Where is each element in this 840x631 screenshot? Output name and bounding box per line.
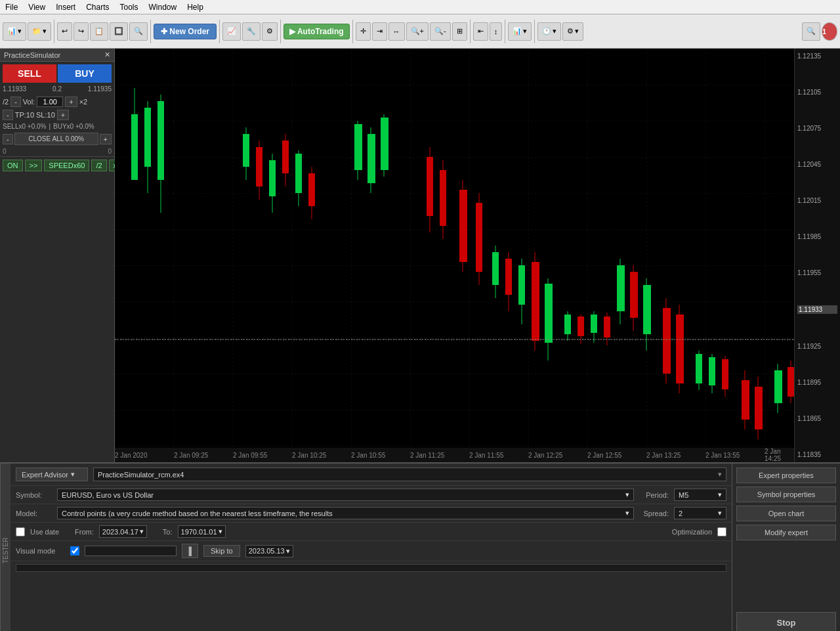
symbol-dropdown[interactable]: EURUSD, Euro vs US Dollar ▾ [57, 489, 634, 501]
time-label-4: 2 Jan 10:55 [351, 452, 385, 459]
plus-icon[interactable]: + [100, 134, 112, 144]
menu-insert[interactable]: Insert [51, 1, 81, 13]
to-date-field[interactable]: 1970.01.01 ▾ [178, 525, 226, 538]
price-level-9: 1.11895 [797, 379, 837, 386]
symbol-period-row: Symbol: EURUSD, Euro vs US Dollar ▾ Peri… [10, 486, 732, 504]
stop-button[interactable]: Stop [736, 612, 836, 631]
visual-mode-checkbox[interactable] [70, 546, 79, 555]
account-button[interactable]: 1 [822, 22, 837, 41]
profile-icon: 📁 [32, 27, 41, 35]
expert-properties-button[interactable]: Expert properties [736, 468, 836, 483]
notification-button[interactable]: 🕐▾ [537, 22, 561, 41]
ea-dropdown[interactable]: Expert Advisor ▾ [16, 468, 88, 481]
buy-info: BUYx0 +0.0% [53, 123, 94, 130]
sl-plus-icon[interactable]: + [57, 110, 69, 120]
svg-rect-63 [696, 354, 702, 383]
chart-autoscale-button[interactable]: ↕ [490, 22, 503, 41]
time-label-5: 2 Jan 11:25 [410, 452, 444, 459]
svg-rect-0 [115, 49, 794, 462]
zoom-fit-button[interactable]: 🔍 [129, 22, 148, 41]
symbol-properties-button[interactable]: Symbol properties [736, 487, 836, 502]
sim-close-icon[interactable]: ✕ [104, 51, 110, 59]
period-dropdown[interactable]: M5 ▾ [674, 489, 726, 501]
use-date-label: Use date [30, 528, 59, 536]
sim-speed-button[interactable]: SPEEDx60 [44, 160, 89, 171]
zoom-out-button[interactable]: 🔍- [430, 22, 451, 41]
price-level-4: 1.12015 [797, 197, 837, 204]
spread-dropdown[interactable]: 2 ▾ [674, 507, 726, 519]
menu-view[interactable]: View [23, 1, 51, 13]
menu-help[interactable]: Help [182, 1, 209, 13]
new-order-icon: ✚ [161, 27, 167, 36]
svg-rect-47 [578, 316, 584, 336]
properties-button[interactable]: 🔲 [110, 22, 128, 41]
menu-charts[interactable]: Charts [81, 1, 114, 13]
settings-button[interactable]: ⚙▾ [562, 22, 583, 41]
toolbar-sep-8 [534, 20, 535, 43]
buy-price: 1.11935 [88, 85, 112, 93]
vol-input[interactable] [37, 97, 63, 107]
buy-button[interactable]: BUY [58, 64, 112, 83]
svg-rect-25 [381, 118, 388, 170]
svg-rect-37 [505, 259, 512, 295]
market-watch-button[interactable]: 📊▾ [508, 22, 532, 41]
sim-div2-button[interactable]: /2 [91, 160, 106, 171]
profile-button[interactable]: 📁▾ [28, 22, 51, 41]
autotrading-button[interactable]: ▶ AutoTrading [284, 24, 350, 39]
menu-file[interactable]: File [0, 1, 23, 13]
lot-plus-icon[interactable]: + [65, 97, 77, 107]
new-chart-button[interactable]: 📊▾ [3, 22, 26, 41]
sim-controls-row: ON >> SPEEDx60 /2 x2 [0, 156, 114, 174]
sim-on-button[interactable]: ON [3, 160, 23, 171]
undo-button[interactable]: ↩ [57, 22, 72, 41]
optimization-checkbox[interactable] [717, 527, 726, 536]
use-date-checkbox[interactable] [16, 527, 25, 536]
menu-window[interactable]: Window [144, 1, 182, 13]
time-label-11: 2 Jan 14:25 [765, 448, 794, 462]
crosshair-button[interactable]: ✛ [356, 22, 371, 41]
time-label-9: 2 Jan 13:25 [646, 452, 681, 459]
model-dropdown[interactable]: Control points (a very crude method base… [57, 507, 634, 519]
open-chart-button[interactable]: Open chart [736, 506, 836, 521]
svg-rect-33 [476, 203, 482, 272]
new-order-button[interactable]: ✚ New Order [154, 24, 217, 39]
new-chart-icon: 📊 [7, 27, 16, 35]
scroll-right-button[interactable]: ⇥ [372, 22, 387, 41]
autoscroll-icon: ↔ [393, 28, 400, 35]
objects-button[interactable]: 🔧 [242, 22, 261, 41]
visual-mode-row: Visual mode ‖ Skip to 2023.05.13 ▾ [10, 541, 732, 561]
close-all-button[interactable]: CLOSE ALL 0.00% [14, 133, 98, 145]
indicator-button[interactable]: 📈 [222, 22, 241, 41]
spread-label: Spread: [639, 510, 669, 517]
svg-rect-9 [243, 134, 249, 167]
template-button[interactable]: 📋 [90, 22, 108, 41]
autoscroll-button[interactable]: ↔ [388, 22, 405, 41]
grid-button[interactable]: ⊞ [452, 22, 467, 41]
minus-icon[interactable]: - [3, 134, 13, 144]
sell-button[interactable]: SELL [3, 64, 56, 83]
skip-to-date-field[interactable]: 2023.05.13 ▾ [245, 545, 293, 557]
experts-button[interactable]: ⚙ [262, 22, 278, 41]
model-spread-row: Model: Control points (a very crude meth… [10, 504, 732, 523]
tp-minus-icon[interactable]: - [3, 110, 13, 120]
ea-row: Expert Advisor ▾ PracticeSimulator_rcm.e… [10, 464, 732, 486]
visual-progress-bar [85, 546, 177, 556]
optimization-label: Optimization [672, 528, 712, 536]
sim-arrows-button[interactable]: >> [25, 160, 43, 171]
lot-minus-icon[interactable]: - [10, 97, 21, 107]
num2: 0 [108, 148, 112, 155]
svg-rect-39 [518, 265, 525, 305]
svg-rect-5 [144, 108, 151, 167]
zoom-in-button[interactable]: 🔍+ [406, 22, 429, 41]
svg-rect-57 [643, 285, 651, 334]
skip-to-button[interactable]: Skip to [203, 545, 240, 557]
menu-tools[interactable]: Tools [115, 1, 144, 13]
search-button[interactable]: 🔍 [802, 22, 820, 41]
from-date-field[interactable]: 2023.04.17 ▾ [99, 525, 147, 538]
market-watch-icon: 📊 [513, 27, 522, 35]
pause-button[interactable]: ‖ [182, 544, 198, 558]
redo-button[interactable]: ↪ [74, 22, 89, 41]
sim-title: PracticeSimulator ✕ [0, 49, 114, 62]
modify-expert-button[interactable]: Modify expert [736, 525, 836, 540]
chart-shift-button[interactable]: ⇤ [473, 22, 488, 41]
